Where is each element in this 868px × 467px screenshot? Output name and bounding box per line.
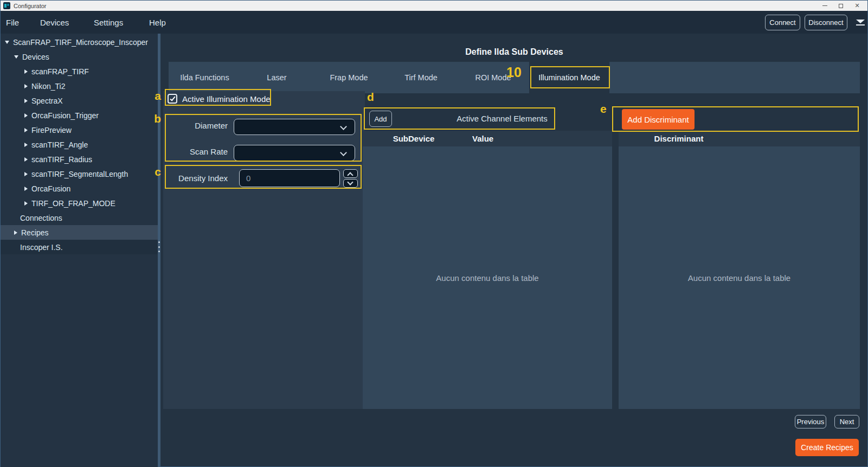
scan-rate-dropdown[interactable] [234, 145, 355, 161]
tree-item-orcafusion-trigger[interactable]: OrcaFusion_Trigger [1, 108, 158, 123]
chevron-right-icon [24, 201, 28, 206]
tab-illumination-mode[interactable]: Illumination Mode [529, 62, 609, 93]
chevron-down-icon [340, 123, 347, 130]
chevron-right-icon [24, 113, 28, 118]
maximize-icon [839, 4, 843, 8]
chevron-down-icon [5, 41, 9, 44]
chevron-right-icon [24, 69, 28, 74]
minimize-button[interactable] [816, 1, 833, 11]
menubar: File Devices Settings Help [1, 11, 867, 34]
density-index-input[interactable]: 0 [239, 169, 340, 187]
tree-item-recipes[interactable]: Recipes [1, 225, 158, 240]
discriminant-toolbar: Add Discriminant [619, 106, 860, 132]
connect-button[interactable]: Connect [765, 15, 800, 30]
discriminant-table-body[interactable]: Aucun contenu dans la table [619, 146, 860, 409]
menu-help[interactable]: Help [149, 11, 166, 34]
channel-empty-text: Aucun contenu dans la table [436, 273, 538, 283]
illumination-form-panel [163, 91, 365, 409]
tree-item-nikon-ti2[interactable]: Nikon_Ti2 [1, 79, 158, 93]
chevron-right-icon [24, 172, 28, 176]
splitter-handle-icon[interactable] [158, 241, 160, 252]
menu-file[interactable]: File [6, 11, 19, 34]
spinner-up-button[interactable] [343, 169, 358, 178]
chevron-right-icon [24, 99, 28, 103]
column-discriminant: Discriminant [619, 131, 739, 146]
tree-item-firepreview[interactable]: FirePreview [1, 123, 158, 137]
sidebar-tree: ScanFRAP_TIRF_Microscope_Inscoper Device… [1, 34, 158, 467]
next-button[interactable]: Next [834, 415, 859, 428]
tree-item-root[interactable]: ScanFRAP_TIRF_Microscope_Inscoper [1, 35, 158, 49]
channel-table-body[interactable]: Aucun contenu dans la table [363, 146, 612, 409]
add-channel-button[interactable]: Add [369, 111, 392, 127]
tree-item-scantirf-radius[interactable]: scanTIRF_Radius [1, 152, 158, 167]
diameter-dropdown[interactable] [234, 119, 355, 135]
channel-table-header: SubDevice Value [363, 131, 612, 146]
chevron-down-icon [14, 55, 18, 59]
chevron-right-icon [24, 157, 28, 162]
tab-frap-mode[interactable]: Frap Mode [313, 62, 385, 93]
previous-button[interactable]: Previous [795, 415, 826, 428]
close-button[interactable]: ✕ [849, 1, 865, 11]
create-recipes-button[interactable]: Create Recipes [795, 439, 859, 456]
density-index-label: Density Index [163, 174, 228, 183]
tree-item-scantirf-angle[interactable]: scanTIRF_Angle [1, 137, 158, 152]
channel-table-title: Active Channel Elements [392, 107, 612, 130]
add-discriminant-button[interactable]: Add Discriminant [622, 109, 695, 130]
diameter-label: Diameter [163, 121, 228, 130]
tree-item-inscoper-is[interactable]: Inscoper I.S. [1, 240, 158, 254]
close-icon: ✕ [854, 2, 859, 9]
discriminant-empty-text: Aucun contenu dans la table [688, 273, 790, 283]
tree-item-orcafusion[interactable]: OrcaFusion [1, 181, 158, 196]
active-illumination-label: Active Illumination Mode [182, 94, 271, 104]
chevron-right-icon [24, 143, 28, 147]
tab-roi-mode[interactable]: ROI Mode [457, 62, 529, 93]
tree-item-scantirf-segmentallength[interactable]: scanTIRF_SegmentalLength [1, 167, 158, 181]
tabbar: Ilda Functions Laser Frap Mode Tirf Mode… [169, 62, 860, 93]
spinner-down-button[interactable] [343, 179, 358, 188]
chevron-right-icon [24, 187, 28, 191]
maximize-button[interactable] [833, 1, 849, 11]
minimize-icon [822, 5, 827, 6]
column-value: Value [472, 131, 493, 146]
tree-item-devices[interactable]: Devices [1, 49, 158, 64]
menu-settings[interactable]: Settings [94, 11, 123, 34]
menu-devices[interactable]: Devices [40, 11, 69, 34]
scan-rate-label: Scan Rate [163, 147, 228, 156]
app-window: Configurator ✕ File Devices Settings Hel… [0, 0, 868, 467]
active-illumination-checkbox[interactable] [168, 94, 177, 104]
tree-item-scanfrap-tirf[interactable]: scanFRAP_TIRF [1, 64, 158, 79]
check-icon [170, 95, 175, 101]
tree-item-connections[interactable]: Connections [1, 210, 158, 225]
column-subdevice: SubDevice [363, 131, 465, 146]
chevron-right-icon [24, 84, 28, 88]
app-icon [3, 2, 10, 9]
tab-laser[interactable]: Laser [241, 62, 313, 93]
tree-item-tirf-or-frap-mode[interactable]: TIRF_OR_FRAP_MODE [1, 196, 158, 210]
page-title: Define Ilda Sub Devices [169, 47, 860, 57]
active-illumination-row: Active Illumination Mode [168, 92, 271, 105]
chevron-right-icon [14, 231, 17, 235]
chevron-right-icon [24, 128, 28, 132]
chevron-down-icon [347, 179, 353, 185]
filter-icon[interactable] [856, 20, 865, 27]
disconnect-button[interactable]: Disconnect [805, 15, 847, 30]
tab-ilda-functions[interactable]: Ilda Functions [169, 62, 241, 93]
tab-tirf-mode[interactable]: Tirf Mode [385, 62, 457, 93]
chevron-up-icon [347, 172, 353, 178]
chevron-down-icon [340, 149, 347, 156]
channel-toolbar: Add Active Channel Elements [363, 107, 612, 130]
window-title: Configurator [14, 3, 47, 9]
discriminant-table-header: Discriminant [619, 131, 860, 146]
tree-item-spectrax[interactable]: SpectraX [1, 93, 158, 108]
titlebar: Configurator ✕ [1, 1, 867, 11]
